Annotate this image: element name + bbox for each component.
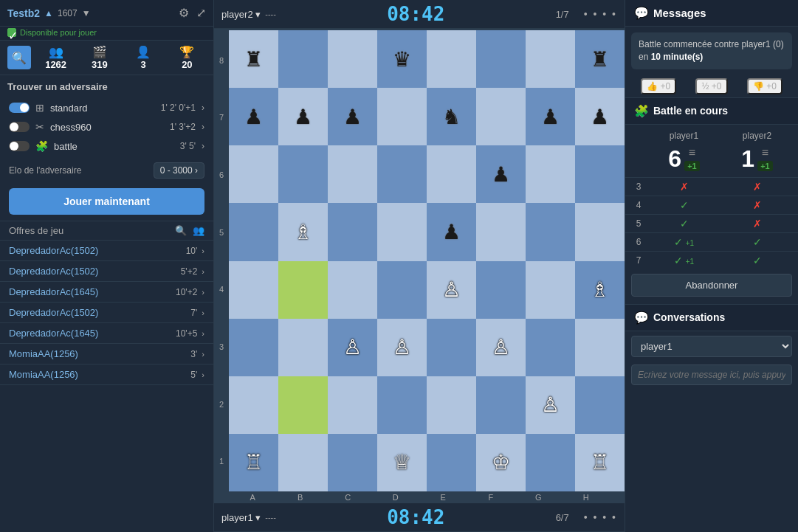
square[interactable]: ♖ [229,434,278,491]
square[interactable] [476,376,526,434]
square[interactable] [229,203,278,260]
mode-chess960[interactable]: ✂ chess960 1' 3'+2 › [4,117,209,137]
square[interactable] [476,88,526,145]
dropdown-arrow[interactable]: ▼ [82,8,91,18]
square[interactable] [526,261,575,319]
square[interactable]: ♟ [526,88,575,145]
square[interactable] [575,319,625,376]
square[interactable] [328,145,377,203]
square[interactable]: ♟ [476,145,526,203]
square[interactable] [526,145,575,203]
square[interactable]: ♗ [278,203,328,260]
square[interactable] [377,203,427,260]
square[interactable] [427,319,476,376]
square[interactable]: ♟ [229,88,278,145]
standard-toggle[interactable] [9,103,30,113]
square[interactable] [278,145,328,203]
square[interactable] [476,203,526,260]
list-item[interactable]: DepredadorAc(1502) 5'+2 › [0,261,213,282]
elo-value[interactable]: 0 - 3000 › [154,162,204,179]
square[interactable] [476,30,526,88]
top-menu-dots[interactable]: • • • • [584,8,617,20]
square[interactable]: ♟ [427,203,476,260]
stat-people[interactable]: 👥 1262 [37,45,75,70]
list-item[interactable]: MomiaAA(1256) 5' › [0,365,213,385]
square[interactable]: ♙ [377,319,427,376]
mode-standard[interactable]: ⊞ standard 1' 2' 0'+1 › [4,98,209,117]
standard-arrow[interactable]: › [202,103,204,113]
square[interactable] [229,145,278,203]
chess960-toggle[interactable] [9,122,30,132]
mode-battle[interactable]: 🧩 battle 3' 5' › [4,137,209,156]
square[interactable] [278,434,328,491]
square[interactable]: ♖ [575,434,625,491]
square[interactable] [526,203,575,260]
square[interactable] [328,203,377,260]
square[interactable] [427,145,476,203]
stat-games[interactable]: 🎬 319 [80,45,118,70]
bottom-menu-dots[interactable]: • • • • [584,511,617,523]
square[interactable] [229,261,278,319]
square[interactable]: ♟ [575,88,625,145]
available-checkbox[interactable]: ✓ [7,28,16,37]
square[interactable] [377,145,427,203]
like-button[interactable]: 👍 +0 [641,78,676,94]
settings-icon[interactable]: ⚙ [179,6,189,20]
square[interactable] [328,434,377,491]
square[interactable] [278,30,328,88]
player-select[interactable]: player1 [631,336,792,357]
square[interactable] [377,261,427,319]
stat-friends[interactable]: 👤 3 [125,45,162,70]
square[interactable] [526,30,575,88]
square[interactable] [526,319,575,376]
offers-search-icon[interactable]: 🔍 [175,225,187,236]
square[interactable] [278,319,328,376]
square[interactable]: ♟ [278,88,328,145]
square[interactable]: ♜ [229,30,278,88]
square[interactable]: ♙ [427,261,476,319]
square[interactable]: ♙ [328,319,377,376]
square[interactable]: ♗ [575,261,625,319]
square[interactable] [575,376,625,434]
square[interactable] [427,376,476,434]
offers-people-icon[interactable]: 👥 [193,225,204,236]
stat-trophy[interactable]: 🏆 20 [168,45,206,70]
dislike-button[interactable]: 👎 +0 [747,78,782,94]
square[interactable] [278,261,328,319]
square[interactable]: ♟ [328,88,377,145]
square[interactable] [526,434,575,491]
chess960-arrow[interactable]: › [202,122,204,132]
square[interactable] [575,145,625,203]
list-item[interactable]: MomiaAA(1256) 3' › [0,344,213,365]
square[interactable] [427,434,476,491]
battle-toggle[interactable] [9,141,30,151]
square[interactable] [427,30,476,88]
square[interactable] [575,203,625,260]
message-input[interactable] [631,365,792,385]
expand-icon[interactable]: ⤢ [196,6,206,20]
square[interactable] [229,319,278,376]
square[interactable]: ♔ [476,434,526,491]
square[interactable] [328,261,377,319]
square[interactable] [229,376,278,434]
half-button[interactable]: ½ +0 [695,78,727,94]
list-item[interactable]: DepredadorAc(1645) 10'+2 › [0,282,213,303]
square[interactable]: ♕ [377,434,427,491]
abandon-button[interactable]: Abandonner [631,274,792,297]
square[interactable]: ♞ [427,88,476,145]
square[interactable] [377,376,427,434]
play-button[interactable]: Jouer maintenant [9,188,204,215]
battle-arrow[interactable]: › [202,141,204,151]
square[interactable]: ♙ [476,319,526,376]
list-item[interactable]: DepredadorAc(1502) 10' › [0,241,213,261]
list-item[interactable]: DepredadorAc(1645) 10'+5 › [0,323,213,344]
square[interactable] [278,376,328,434]
square[interactable] [328,30,377,88]
square[interactable]: ♛ [377,30,427,88]
search-button[interactable]: 🔍 [7,46,31,69]
square[interactable] [476,261,526,319]
square[interactable] [377,88,427,145]
square[interactable]: ♙ [526,376,575,434]
square[interactable]: ♜ [575,30,625,88]
square[interactable] [328,376,377,434]
